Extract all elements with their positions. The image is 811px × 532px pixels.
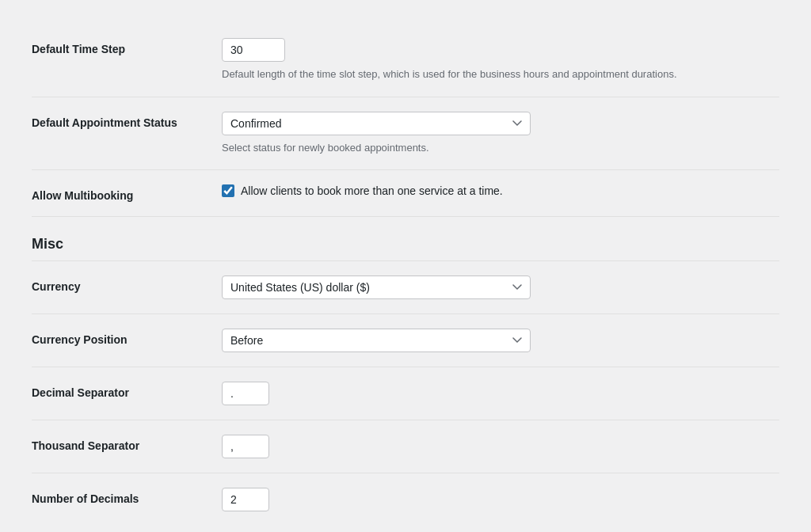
default-time-step-label: Default Time Step	[32, 38, 222, 55]
default-appointment-status-label: Default Appointment Status	[32, 112, 222, 129]
allow-multibooking-field: Allow clients to book more than one serv…	[222, 184, 779, 197]
misc-heading-text: Misc	[32, 236, 779, 253]
number-of-decimals-input[interactable]	[222, 488, 269, 511]
currency-position-label: Currency Position	[32, 329, 222, 346]
misc-section-heading: Misc	[32, 217, 779, 261]
default-appointment-status-row: Default Appointment Status Confirmed Pen…	[32, 97, 779, 171]
settings-form: Default Time Step Default length of the …	[32, 24, 779, 526]
default-time-step-description: Default length of the time slot step, wh…	[222, 66, 779, 82]
thousand-separator-row: Thousand Separator	[32, 420, 779, 473]
default-time-step-row: Default Time Step Default length of the …	[32, 24, 779, 97]
allow-multibooking-row: Allow Multibooking Allow clients to book…	[32, 170, 779, 217]
currency-select[interactable]: United States (US) dollar ($) Euro (€) B…	[222, 276, 531, 299]
default-time-step-field: Default length of the time slot step, wh…	[222, 38, 779, 82]
currency-position-select[interactable]: Before After	[222, 329, 531, 352]
multibooking-checkbox-label: Allow clients to book more than one serv…	[241, 184, 503, 197]
currency-row: Currency United States (US) dollar ($) E…	[32, 261, 779, 314]
thousand-separator-label: Thousand Separator	[32, 435, 222, 452]
decimal-separator-field	[222, 382, 779, 405]
default-time-step-input[interactable]	[222, 38, 285, 62]
currency-label: Currency	[32, 276, 222, 293]
currency-field: United States (US) dollar ($) Euro (€) B…	[222, 276, 779, 299]
number-of-decimals-field	[222, 488, 779, 511]
thousand-separator-field	[222, 435, 779, 458]
number-of-decimals-row: Number of Decimals	[32, 473, 779, 526]
decimal-separator-label: Decimal Separator	[32, 382, 222, 399]
allow-multibooking-checkbox[interactable]	[222, 184, 234, 197]
default-appointment-status-description: Select status for newly booked appointme…	[222, 140, 779, 156]
default-appointment-status-field: Confirmed Pending Cancelled Select statu…	[222, 112, 779, 156]
default-appointment-status-select[interactable]: Confirmed Pending Cancelled	[222, 112, 531, 135]
currency-position-field: Before After	[222, 329, 779, 352]
currency-position-row: Currency Position Before After	[32, 314, 779, 367]
number-of-decimals-label: Number of Decimals	[32, 488, 222, 505]
decimal-separator-input[interactable]	[222, 382, 269, 405]
multibooking-checkbox-row: Allow clients to book more than one serv…	[222, 184, 779, 197]
allow-multibooking-label: Allow Multibooking	[32, 184, 222, 202]
decimal-separator-row: Decimal Separator	[32, 367, 779, 420]
thousand-separator-input[interactable]	[222, 435, 269, 458]
